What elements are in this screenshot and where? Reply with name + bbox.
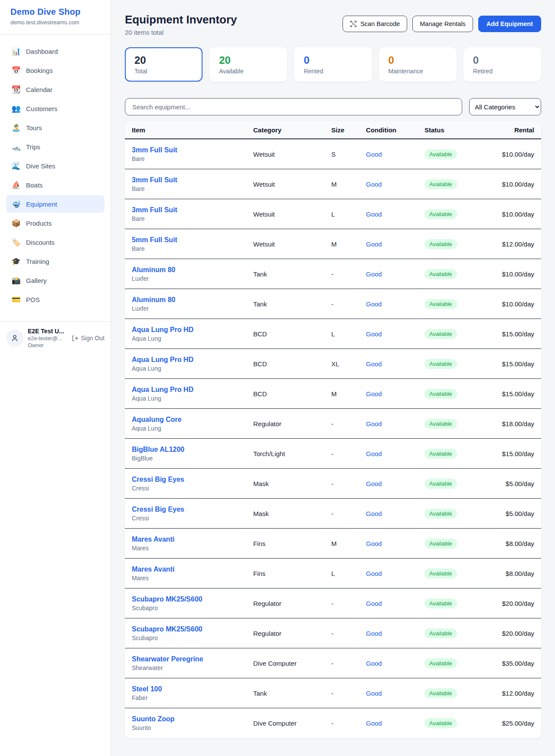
status-badge: Available [424,598,457,608]
condition-link[interactable]: Good [366,151,424,158]
status-badge: Available [424,179,457,189]
item-name-link[interactable]: Scubapro MK25/S600 [132,595,253,603]
nav-item-icon: 📅 [11,67,21,74]
sidebar-nav-item[interactable]: 🛥️ Trips [6,138,104,155]
sidebar-nav-item[interactable]: 🤿 Equipment [6,195,104,213]
condition-link[interactable]: Good [366,240,424,248]
nav-item-label: Training [26,258,49,265]
sign-out-button[interactable]: Sign Out [71,335,104,342]
item-brand: Mares [132,545,253,552]
item-name-link[interactable]: Suunto Zoop [132,715,253,723]
stat-value: 20 [219,54,278,67]
item-name-link[interactable]: Aluminum 80 [132,296,253,304]
condition-link[interactable]: Good [366,420,424,427]
item-name-link[interactable]: Cressi Big Eyes [132,476,253,483]
add-equipment-button[interactable]: Add Equipment [478,16,541,32]
status-badge: Available [424,539,457,549]
sidebar-nav-item[interactable]: ⛵ Boats [6,176,104,194]
page-subtitle: 20 items total [125,29,237,36]
item-name-link[interactable]: Mares Avanti [132,536,253,543]
condition-link[interactable]: Good [366,600,424,607]
condition-link[interactable]: Good [366,210,424,218]
table-row: Suunto Zoop Suunto Dive Computer - Good … [125,708,541,738]
item-name-link[interactable]: Steel 100 [132,685,253,693]
item-name-link[interactable]: 3mm Full Suit [132,146,253,154]
item-name-link[interactable]: 3mm Full Suit [132,176,253,184]
sidebar-nav-item[interactable]: 👥 Customers [6,100,104,117]
item-name-link[interactable]: 5mm Full Suit [132,236,253,244]
condition-link[interactable]: Good [366,360,424,368]
sidebar-nav-item[interactable]: 🌊 Dive Sites [6,157,104,174]
table-body: 3mm Full Suit Bare Wetsuit S Good Availa… [125,139,541,738]
size-cell: M [331,240,366,248]
condition-link[interactable]: Good [366,660,424,667]
size-cell: - [331,300,366,308]
item-cell: Shearwater Peregrine Shearwater [132,655,253,671]
rental-cell: $5.00/day [490,480,534,487]
sidebar-nav-item[interactable]: 📊 Dashboard [6,43,104,60]
item-cell: Aqua Lung Pro HD Aqua Lung [132,326,253,342]
sidebar-nav-item[interactable]: 🏷️ Discounts [6,233,104,251]
item-name-link[interactable]: 3mm Full Suit [132,206,253,214]
stat-card[interactable]: 0 Rented [294,47,372,82]
condition-link[interactable]: Good [366,570,424,577]
stat-card[interactable]: 0 Maintenance [379,47,457,82]
status-badge: Available [424,419,457,429]
sidebar-nav-item[interactable]: 📦 Products [6,214,104,232]
item-name-link[interactable]: Aqualung Core [132,416,253,424]
category-cell: Wetsuit [253,181,331,188]
item-name-link[interactable]: Cressi Big Eyes [132,506,253,513]
condition-link[interactable]: Good [366,630,424,637]
table-column-header: Condition [366,126,424,134]
nav-item-icon: 🏝️ [11,124,21,131]
sidebar-nav-item[interactable]: 🏝️ Tours [6,119,104,136]
condition-link[interactable]: Good [366,690,424,697]
brand-block: Demo Dive Shop demo.test.divestreams.com [0,0,111,35]
stat-card[interactable]: 20 Total [125,47,202,82]
item-name-link[interactable]: Aqua Lung Pro HD [132,356,253,364]
condition-link[interactable]: Good [366,510,424,517]
item-cell: BigBlue AL1200 BigBlue [132,446,253,462]
stat-value: 20 [134,54,193,67]
item-name-link[interactable]: Scubapro MK25/S600 [132,625,253,633]
scan-barcode-button[interactable]: Scan Barcode [343,16,407,32]
condition-link[interactable]: Good [366,540,424,547]
category-select[interactable]: All Categories [469,98,541,115]
sidebar-nav-item[interactable]: 📆 Calendar [6,81,104,98]
search-input[interactable] [125,98,462,115]
item-name-link[interactable]: BigBlue AL1200 [132,446,253,454]
manage-rentals-button[interactable]: Manage Rentals [412,16,473,32]
stat-card[interactable]: 20 Available [209,47,287,82]
item-name-link[interactable]: Mares Avanti [132,565,253,573]
sidebar-nav-item[interactable]: 📅 Bookings [6,62,104,79]
status-cell: Available [424,359,490,369]
condition-link[interactable]: Good [366,330,424,338]
stat-card[interactable]: 0 Retired [464,47,541,82]
rental-cell: $15.00/day [490,330,534,338]
status-badge: Available [424,239,457,249]
sidebar-nav-item[interactable]: 🎓 Training [6,253,104,270]
status-badge: Available [424,718,457,728]
nav-item-icon: 👥 [11,105,21,112]
rental-cell: $15.00/day [490,450,534,457]
status-cell: Available [424,509,490,519]
item-name-link[interactable]: Shearwater Peregrine [132,655,253,663]
condition-link[interactable]: Good [366,720,424,727]
sidebar-nav-item[interactable]: 💳 POS [6,291,104,308]
condition-link[interactable]: Good [366,300,424,308]
item-brand: Aqua Lung [132,365,253,372]
item-name-link[interactable]: Aqua Lung Pro HD [132,386,253,394]
user-block: E2E Test U... e2e-tester@... Owner Sign … [0,321,111,355]
size-cell: L [331,570,366,577]
item-name-link[interactable]: Aluminum 80 [132,266,253,274]
category-cell: Regulator [253,600,331,607]
condition-link[interactable]: Good [366,480,424,487]
condition-link[interactable]: Good [366,270,424,278]
condition-link[interactable]: Good [366,450,424,457]
rental-cell: $20.00/day [490,630,534,637]
sidebar-nav-item[interactable]: 📸 Gallery [6,272,104,289]
item-name-link[interactable]: Aqua Lung Pro HD [132,326,253,334]
condition-link[interactable]: Good [366,390,424,398]
user-email: e2e-tester@... [28,335,67,342]
condition-link[interactable]: Good [366,181,424,188]
